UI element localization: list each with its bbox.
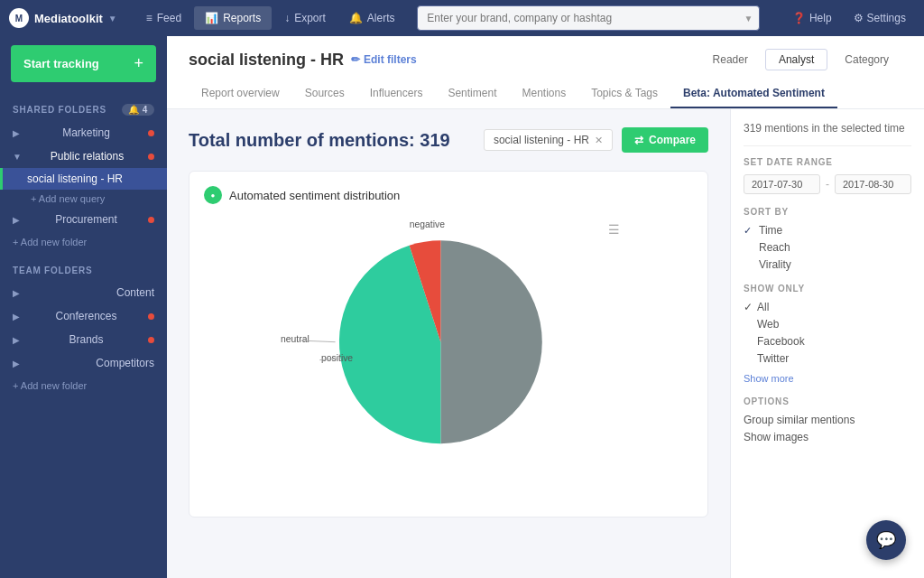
- add-new-query-link[interactable]: + Add new query: [0, 190, 167, 208]
- svg-text:negative: negative: [410, 219, 445, 229]
- chevron-down-icon: ▼: [108, 14, 117, 23]
- date-range-section: SET DATE RANGE -: [744, 157, 911, 194]
- team-folders-label: TEAM FOLDERS: [0, 253, 167, 281]
- add-team-folder-link[interactable]: + Add new folder: [0, 375, 167, 396]
- date-range-inputs: -: [744, 174, 911, 194]
- date-separator: -: [826, 178, 829, 191]
- sidebar-item-brands[interactable]: ▶ Brands: [0, 328, 167, 351]
- date-from-input[interactable]: [744, 174, 820, 194]
- remove-tag-button[interactable]: ✕: [595, 135, 603, 146]
- main-layout: Start tracking + SHARED FOLDERS 🔔 4 ▶ Ma…: [0, 36, 924, 578]
- show-facebook[interactable]: ✓ Facebook: [744, 335, 911, 348]
- main-content: Total number of mentions: 319 social lis…: [167, 109, 924, 578]
- notification-dot: [148, 313, 154, 320]
- show-all[interactable]: ✓ All: [744, 301, 911, 313]
- bell-icon: 🔔: [128, 105, 140, 115]
- app-name: Mediatoolkit: [34, 12, 103, 25]
- search-input[interactable]: [417, 5, 760, 31]
- show-twitter[interactable]: ✓ Twitter: [744, 352, 911, 365]
- show-web[interactable]: ✓ Web: [744, 318, 911, 331]
- plus-icon: +: [134, 54, 143, 73]
- reports-icon: 📊: [205, 12, 218, 24]
- nav-alerts[interactable]: 🔔 Alerts: [338, 6, 406, 30]
- pencil-icon: ✏: [351, 53, 360, 66]
- options-list: Group similar mentions Show images: [744, 414, 911, 443]
- chat-bubble-button[interactable]: 💬: [866, 520, 906, 560]
- report-title: social listening - HR ✏ Edit filters: [189, 51, 417, 70]
- report-header: social listening - HR ✏ Edit filters Rea…: [167, 36, 924, 109]
- report-title-row: social listening - HR ✏ Edit filters Rea…: [189, 49, 902, 70]
- sort-options: ✓ Time ✓ Reach ✓ Virality: [744, 224, 911, 271]
- compare-button[interactable]: ⇄ Compare: [622, 127, 708, 153]
- notification-dot: [148, 130, 154, 136]
- active-filter-tag: social listening - HR ✕: [484, 129, 613, 151]
- sidebar-item-procurement[interactable]: ▶ Procurement: [0, 208, 167, 231]
- check-icon: ✓: [744, 225, 754, 237]
- sort-reach[interactable]: ✓ Reach: [744, 241, 911, 254]
- nav-mentions[interactable]: Mentions: [509, 79, 578, 108]
- show-more-button[interactable]: Show more: [744, 373, 911, 384]
- mentions-row: Total number of mentions: 319 social lis…: [189, 127, 708, 153]
- compare-icon: ⇄: [634, 134, 643, 146]
- options-section: OPTIONS Group similar mentions Show imag…: [744, 396, 911, 443]
- gear-icon: ⚙: [854, 12, 864, 24]
- right-nav: ❓ Help ⚙ Settings: [783, 6, 915, 30]
- chevron-right-icon: ▶: [13, 335, 20, 345]
- alerts-icon: 🔔: [349, 12, 363, 24]
- nav-report-overview[interactable]: Report overview: [189, 79, 292, 108]
- right-panel: 319 mentions in the selected time SET DA…: [730, 109, 924, 578]
- nav-automated-sentiment[interactable]: Beta: Automated Sentiment: [670, 79, 837, 108]
- help-icon: ❓: [792, 12, 806, 24]
- sidebar-item-competitors[interactable]: ▶ Competitors: [0, 351, 167, 375]
- show-only-section: SHOW ONLY ✓ All ✓ Web ✓ Facebook: [744, 284, 911, 384]
- show-images-option[interactable]: Show images: [744, 431, 911, 443]
- tab-analyst[interactable]: Analyst: [765, 49, 827, 70]
- search-area: ▼: [417, 5, 760, 31]
- chart-options-icon[interactable]: ☰: [608, 222, 620, 237]
- logo[interactable]: M Mediatoolkit ▼: [9, 8, 117, 28]
- sort-by-section: SORT BY ✓ Time ✓ Reach ✓ Virality: [744, 207, 911, 271]
- sidebar-item-marketing[interactable]: ▶ Marketing: [0, 121, 167, 144]
- nav-topics-tags[interactable]: Topics & Tags: [578, 79, 670, 108]
- show-only-label: SHOW ONLY: [744, 284, 911, 294]
- check-icon: ✓: [744, 301, 753, 313]
- sort-virality[interactable]: ✓ Virality: [744, 258, 911, 271]
- start-tracking-button[interactable]: Start tracking +: [11, 45, 156, 82]
- compare-area: social listening - HR ✕ ⇄ Compare: [484, 127, 708, 153]
- add-shared-folder-link[interactable]: + Add new folder: [0, 231, 167, 253]
- view-tabs: Reader Analyst Category: [699, 49, 902, 70]
- report-nav: Report overview Sources Influencers Sent…: [189, 79, 902, 108]
- shared-folders-label: SHARED FOLDERS 🔔 4: [0, 91, 167, 121]
- sidebar-item-conferences[interactable]: ▶ Conferences: [0, 304, 167, 328]
- chevron-down-icon: ▼: [13, 152, 22, 162]
- nav-sentiment[interactable]: Sentiment: [435, 79, 509, 108]
- nav-sources[interactable]: Sources: [292, 79, 357, 108]
- chevron-right-icon: ▶: [13, 288, 20, 298]
- logo-icon: M: [9, 8, 29, 28]
- mentions-summary: 319 mentions in the selected time: [744, 122, 911, 146]
- sidebar-item-social-listening-hr[interactable]: social listening - HR: [0, 168, 167, 190]
- chart-panel: Total number of mentions: 319 social lis…: [167, 109, 730, 578]
- sentiment-section: Automated sentiment distribution ☰ neutr…: [189, 171, 708, 517]
- group-similar-option[interactable]: Group similar mentions: [744, 414, 911, 426]
- sort-time[interactable]: ✓ Time: [744, 224, 911, 237]
- help-button[interactable]: ❓ Help: [783, 6, 841, 30]
- nav-influencers[interactable]: Influencers: [357, 79, 436, 108]
- chevron-right-icon: ▶: [13, 312, 20, 322]
- sidebar-item-content[interactable]: ▶ Content: [0, 281, 167, 304]
- sidebar: Start tracking + SHARED FOLDERS 🔔 4 ▶ Ma…: [0, 36, 167, 578]
- chat-icon: 💬: [876, 530, 896, 550]
- nav-reports[interactable]: 📊 Reports: [194, 6, 272, 30]
- notification-dot: [148, 217, 154, 223]
- nav-feed[interactable]: ≡ Feed: [135, 6, 192, 30]
- notification-dot: [148, 337, 154, 343]
- settings-button[interactable]: ⚙ Settings: [845, 6, 915, 30]
- top-navigation: M Mediatoolkit ▼ ≡ Feed 📊 Reports ↓ Expo…: [0, 0, 924, 36]
- sidebar-item-public-relations[interactable]: ▼ Public relations: [0, 144, 167, 168]
- nav-export[interactable]: ↓ Export: [273, 6, 337, 30]
- edit-filters-button[interactable]: ✏ Edit filters: [351, 53, 417, 66]
- svg-text:neutral: neutral: [281, 334, 310, 344]
- date-to-input[interactable]: [835, 174, 911, 194]
- tab-reader[interactable]: Reader: [699, 49, 762, 70]
- tab-category[interactable]: Category: [831, 49, 902, 70]
